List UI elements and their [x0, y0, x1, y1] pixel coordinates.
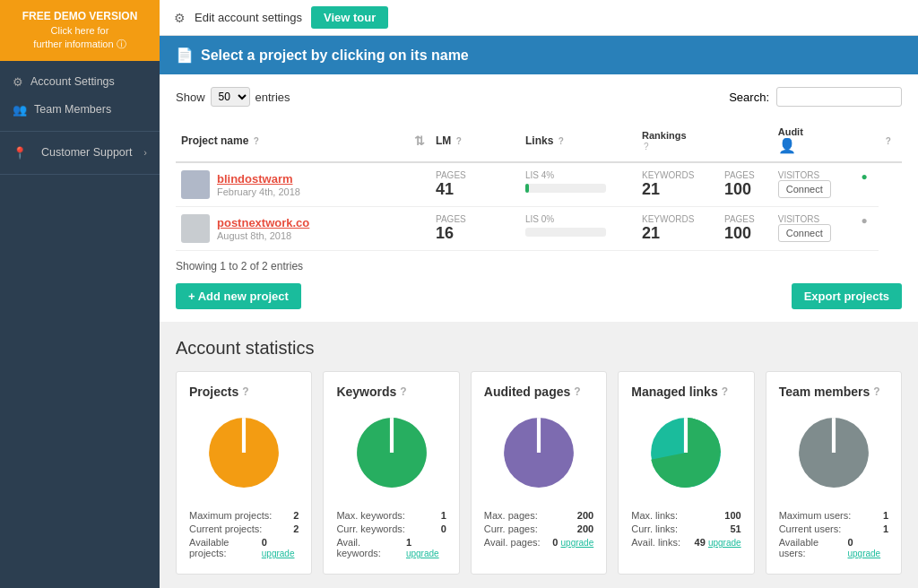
project-favicon [181, 170, 210, 199]
stat-card-title-team: Team members ? [779, 385, 888, 399]
pie-chart-keywords [347, 408, 437, 497]
project-name-link[interactable]: postnextwork.co [217, 216, 309, 229]
upgrade-link[interactable]: upgrade [561, 538, 594, 548]
stat-list-links: Max. links: 100 Curr. links: 51 Avail. l… [631, 510, 740, 548]
th-audit: Audit 👤 [773, 119, 879, 162]
sidebar-item-customer-support[interactable]: 📍 Customer Support › [0, 139, 160, 167]
stat-card-managed-links: Managed links ? Ma [618, 371, 754, 575]
upgrade-link[interactable]: upgrade [847, 549, 880, 558]
help-icon-projects-stat[interactable]: ? [242, 385, 248, 398]
kw-num: 21 [642, 224, 714, 243]
project-name-text: postnextwork.co August 8th, 2018 [217, 216, 309, 242]
help-icon-project[interactable]: ? [254, 136, 259, 146]
stat-row: Maximum users: 1 [779, 510, 888, 521]
stat-card-title-keywords: Keywords ? [336, 385, 446, 399]
pie-audited [484, 408, 593, 497]
sidebar-item-team-members[interactable]: 👥 Team Members [0, 96, 160, 124]
table-row: blindostwarm February 4th, 2018 PAGES 41… [176, 162, 902, 207]
help-icon-team-stat[interactable]: ? [873, 385, 879, 398]
th-links: Links ? [520, 119, 637, 162]
sidebar: FREE DEMO VERSION Click here for further… [0, 0, 160, 588]
pie-chart-team [789, 408, 879, 497]
dot-cell: ● [856, 207, 879, 251]
sidebar-item-account-settings[interactable]: ⚙ Account Settings [0, 68, 160, 96]
status-dot: ● [862, 170, 868, 183]
dot-cell: ● [856, 162, 879, 207]
rankings-pages-num: 100 [724, 180, 767, 199]
person-icon: 👤 [778, 138, 796, 153]
view-tour-button[interactable]: View tour [311, 6, 388, 29]
sidebar-item-label-team: Team Members [34, 103, 111, 116]
th-rankings: Rankings ? [637, 119, 773, 162]
help-icon-lm[interactable]: ? [456, 136, 462, 146]
entries-select[interactable]: 50 25 10 [211, 87, 250, 107]
project-date: August 8th, 2018 [217, 230, 291, 241]
rankings-pages-label: PAGES [724, 170, 767, 180]
table-actions: + Add new project Export projects [176, 283, 902, 309]
demo-banner[interactable]: FREE DEMO VERSION Click here for further… [0, 0, 160, 61]
project-name-cell: postnextwork.co August 8th, 2018 [176, 207, 409, 251]
table-controls: Show 50 25 10 entries Search: [176, 87, 902, 107]
upgrade-link[interactable]: upgrade [262, 549, 295, 558]
stat-row: Curr. links: 51 [631, 523, 740, 534]
lis-bar-container [525, 184, 606, 193]
upgrade-link[interactable]: upgrade [708, 538, 741, 548]
stat-card-projects: Projects ? Maximum projects: 2 Curren [176, 371, 312, 575]
topbar: ⚙ Edit account settings View tour [160, 0, 918, 36]
stat-list-audited: Max. pages: 200 Curr. pages: 200 Avail. … [484, 510, 593, 548]
upgrade-link[interactable]: upgrade [406, 549, 439, 558]
help-icon-rankings[interactable]: ? [644, 142, 649, 151]
stat-list-keywords: Max. keywords: 1 Curr. keywords: 0 Avail… [336, 510, 446, 558]
lis-label: LIS 4% [525, 170, 631, 180]
show-label: Show [176, 91, 205, 104]
search-input[interactable] [776, 87, 902, 107]
stat-row: Curr. keywords: 0 [336, 523, 446, 534]
project-banner: 📄 Select a project by clicking on its na… [160, 36, 918, 74]
edit-account-button[interactable]: Edit account settings [195, 11, 302, 24]
connect-button[interactable]: Connect [778, 180, 831, 198]
project-favicon [181, 214, 210, 243]
stat-row: Max. links: 100 [631, 510, 740, 521]
stats-cards: Projects ? Maximum projects: 2 Curren [176, 371, 902, 575]
entries-label: entries [255, 91, 290, 104]
help-icon-links-stat[interactable]: ? [722, 385, 728, 398]
th-sort[interactable]: ⇅ [409, 119, 430, 162]
help-icon-audited-stat[interactable]: ? [574, 385, 580, 398]
stat-card-team: Team members ? Maximum users: 1 Curre [766, 371, 902, 575]
pie-keywords [336, 408, 446, 497]
main-content: ⚙ Edit account settings View tour 📄 Sele… [160, 0, 918, 588]
stat-card-title-links: Managed links ? [631, 385, 740, 399]
table-header-row: Project name ? ⇅ LM ? Links ? [176, 119, 902, 162]
lm-pages-label: PAGES [436, 170, 515, 180]
pie-links [631, 408, 740, 497]
stat-card-title-audited: Audited pages ? [484, 385, 593, 399]
th-project-name: Project name ? [176, 119, 409, 162]
stat-row: Current users: 1 [779, 523, 888, 534]
show-entries-control: Show 50 25 10 entries [176, 87, 290, 107]
connect-button[interactable]: Connect [778, 224, 831, 242]
sort-cell [409, 207, 430, 251]
status-dot: ● [862, 214, 868, 227]
sidebar-section-main: ⚙ Account Settings 👥 Team Members [0, 61, 160, 132]
lm-cell: PAGES 41 [430, 162, 520, 207]
projects-table: Project name ? ⇅ LM ? Links ? [176, 119, 902, 251]
stat-row: Available users: 0 upgrade [779, 537, 888, 558]
rankings-pages-num: 100 [724, 224, 767, 243]
help-icon-extra[interactable]: ? [886, 136, 891, 146]
help-icon-keywords-stat[interactable]: ? [400, 385, 406, 398]
sort-cell [409, 162, 430, 207]
help-icon-links[interactable]: ? [559, 136, 564, 146]
stat-card-audited-pages: Audited pages ? Max. pages: 200 Curr. [471, 371, 607, 575]
project-name-link[interactable]: blindostwarm [217, 172, 300, 186]
add-project-button[interactable]: + Add new project [176, 283, 301, 309]
lm-pages-num: 41 [436, 180, 515, 199]
lm-pages-num: 16 [436, 224, 515, 243]
stat-row: Available projects: 0 upgrade [189, 537, 299, 558]
links-cell: LIS 4% [520, 162, 637, 207]
stats-section: Account statistics Projects ? Maximum pr… [160, 322, 918, 588]
stat-row: Avail. keywords: 1 upgrade [336, 537, 446, 558]
location-icon: 📍 [13, 146, 27, 160]
pie-team [779, 408, 888, 497]
export-projects-button[interactable]: Export projects [792, 283, 902, 309]
stat-card-keywords: Keywords ? Max. keywords: 1 [323, 371, 459, 575]
